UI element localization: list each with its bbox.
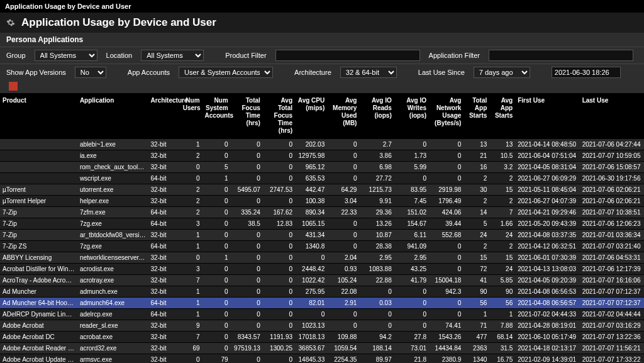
cell: 32-bit: [148, 286, 180, 298]
cell: 3.2: [489, 162, 515, 173]
cell: 2021-04-08 06:56:57: [515, 298, 579, 309]
cell: 22.33: [327, 207, 359, 218]
app-filter-input[interactable]: [489, 50, 633, 61]
col-num-sys[interactable]: Num System Accounts: [203, 93, 231, 139]
table-row[interactable]: Adobe Acrobat DCacrobat.exe32-bit708343.…: [0, 332, 644, 343]
col-avg-net[interactable]: Avg Network Usage (Bytes/s): [429, 93, 464, 139]
cell: 64-bit: [148, 218, 180, 230]
col-avg-cpu[interactable]: Avg CPU (mips): [295, 93, 327, 139]
cell: 0: [394, 139, 429, 150]
cell: 64-bit: [148, 309, 180, 320]
cell: 13: [464, 139, 489, 150]
col-total-starts[interactable]: Total App Starts: [464, 93, 489, 139]
cell: 32-bit: [148, 264, 180, 275]
date-input[interactable]: [552, 67, 621, 78]
cell: 0: [263, 173, 295, 184]
cell: 32-bit: [148, 150, 180, 162]
cell: 431.34: [295, 230, 327, 241]
table-row[interactable]: 7-Zip7zfm.exe64-bit20335.24167.62890.342…: [0, 207, 644, 218]
cell: 1543.26: [429, 332, 464, 343]
table-row[interactable]: µTorrent Helperhelper.exe32-bit2000100.3…: [0, 196, 644, 207]
cell: 32-bit: [148, 332, 180, 343]
table-scroll[interactable]: Product Application Architecture Num Use…: [0, 93, 644, 363]
cell: 3: [180, 264, 203, 275]
table-row[interactable]: ia.exe32-bit200012975.9803.861.7302110.5…: [0, 150, 644, 162]
table-row[interactable]: Adobe Acrobatreader_sl.exe32-bit90001023…: [0, 320, 644, 332]
cell: 1: [180, 286, 203, 298]
cell: 14: [464, 207, 489, 218]
last-use-label: Last Use Since: [418, 69, 465, 76]
col-first-use[interactable]: First Use: [515, 93, 579, 139]
cell: 8343.57: [231, 332, 263, 343]
col-total-focus[interactable]: Total Focus Time (hrs): [231, 93, 263, 139]
cell: 97519.13: [231, 343, 263, 354]
col-avg-io-w[interactable]: Avg IO Writes (iops): [394, 93, 429, 139]
cell: 38.5: [231, 218, 263, 230]
table-row[interactable]: ADelRCP Dynamic Link Libraryadelrcp.exe6…: [0, 309, 644, 320]
col-avg-io-r[interactable]: Avg IO Reads (iops): [359, 93, 394, 139]
cell: 0: [203, 196, 231, 207]
cell: 0: [263, 354, 295, 364]
cell: 7.45: [394, 196, 429, 207]
cell: 0: [203, 207, 231, 218]
col-avg-starts[interactable]: Avg App Starts: [489, 93, 515, 139]
cell: 0.03: [359, 298, 394, 309]
gear-icon[interactable]: [6, 18, 15, 27]
table-row[interactable]: Ad Muncheradmunch.exe32-bit1000275.9522.…: [0, 286, 644, 298]
cell: reader_sl.exe: [77, 320, 148, 332]
table-row[interactable]: Adobe Acrobat Update Servicearmsvc.exe32…: [0, 354, 644, 364]
table-row[interactable]: wscript.exe64-bit0100635.53027.720022202…: [0, 173, 644, 184]
calendar-icon[interactable]: [9, 82, 18, 91]
group-select[interactable]: All Systems: [35, 50, 97, 61]
cell: 14434.84: [429, 343, 464, 354]
cell: 0: [327, 218, 359, 230]
cell: 2021-07-02 04:44:44: [580, 309, 644, 320]
cell: 1.73: [394, 150, 429, 162]
cell: 2448.42: [295, 264, 327, 275]
cell: Acrobat Distiller for Windows: [0, 264, 77, 275]
table-row[interactable]: ABBYY Licensingnetworklicenseserver.exe3…: [0, 252, 644, 264]
product-filter-input[interactable]: [275, 50, 420, 61]
table-row[interactable]: Acrobat Distiller for Windowsacrodist.ex…: [0, 264, 644, 275]
last-use-select[interactable]: 7 days ago: [474, 67, 530, 78]
location-select[interactable]: All Systems: [141, 50, 204, 61]
col-application[interactable]: Application: [77, 93, 148, 139]
cell: 24: [464, 230, 489, 241]
col-avg-mem[interactable]: Avg Memory Used (MB): [327, 93, 359, 139]
cell: 0: [231, 150, 263, 162]
cell: rom_check_aux_tool.exe: [77, 162, 148, 173]
cell: [0, 162, 77, 173]
cell: [0, 139, 77, 150]
col-avg-focus[interactable]: Avg Total Focus Time (hrs): [263, 93, 295, 139]
cell: 39.44: [429, 218, 464, 230]
cell: 0: [263, 298, 295, 309]
col-arch[interactable]: Architecture: [148, 93, 180, 139]
table-row[interactable]: rom_check_aux_tool.exe32-bit0500965.1206…: [0, 162, 644, 173]
col-product[interactable]: Product: [0, 93, 77, 139]
show-versions-select[interactable]: No: [75, 67, 106, 78]
cell: 9.91: [359, 196, 394, 207]
table-row[interactable]: ablebi~1.exe32-bit1000202.0302.700131320…: [0, 139, 644, 150]
table-row[interactable]: 7-Zip ZS7zg.exe64-bit10001340.8028.38941…: [0, 241, 644, 252]
cell: wscript.exe: [77, 173, 148, 184]
filter-bar-1: Group All Systems Location All Systems P…: [0, 47, 644, 64]
table-row[interactable]: Ad Muncher 64-bit Hook Launcheradmunch64…: [0, 298, 644, 309]
app-accounts-select[interactable]: User & System Accounts: [179, 67, 273, 78]
cell: 0: [295, 309, 327, 320]
cell: 0: [203, 309, 231, 320]
show-versions-label: Show App Versions: [6, 69, 66, 76]
table-row[interactable]: Adobe Acrobat Reader DCacrord32.exe32-bi…: [0, 343, 644, 354]
arch-select[interactable]: 32 & 64-bit: [340, 67, 397, 78]
cell: 2021-04-28 08:19:01: [515, 320, 579, 332]
col-last-use[interactable]: Last Use: [580, 93, 644, 139]
table-row[interactable]: µTorrentutorrent.exe32-bit205495.072747.…: [0, 184, 644, 196]
cell: 0: [327, 150, 359, 162]
table-row[interactable]: AcroTray - Adobe Acrobat Distilleracrotr…: [0, 275, 644, 286]
cell: 2021-04-13 13:08:03: [515, 264, 579, 275]
cell: 0: [263, 264, 295, 275]
table-row[interactable]: 7-Zipar_tbtdockfw08_version.exe32-bit100…: [0, 230, 644, 241]
table-row[interactable]: 7-Zip7zg.exe64-bit3038.512.831065.15013.…: [0, 218, 644, 230]
cell: 41.79: [394, 275, 429, 286]
cell: 0: [231, 275, 263, 286]
cell: 74.41: [429, 320, 464, 332]
